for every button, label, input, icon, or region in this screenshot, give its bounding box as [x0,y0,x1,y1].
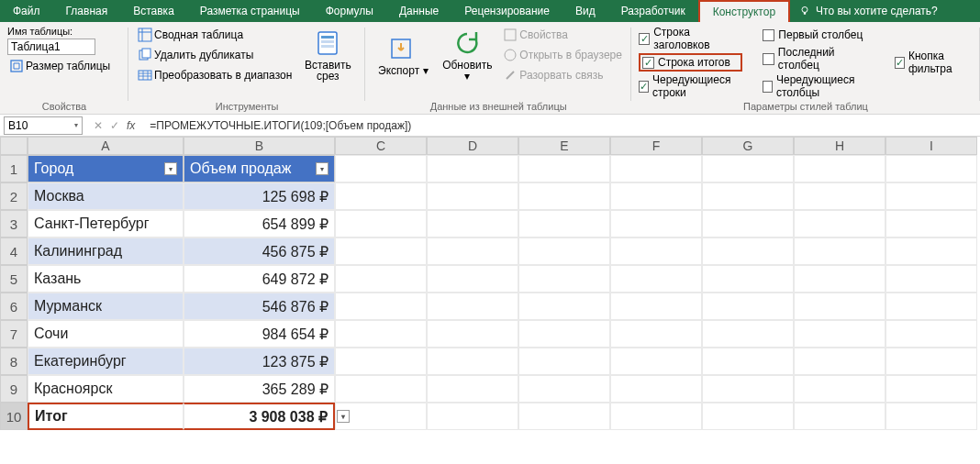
cell[interactable]: Екатеринбург [28,348,184,375]
select-all-corner[interactable] [0,137,28,155]
chk-first-column[interactable]: Первый столбец [763,26,874,44]
table-header-sales[interactable]: Объем продаж▾ [184,155,335,182]
filter-dropdown-icon[interactable]: ▾ [164,162,177,175]
export-button[interactable]: Экспорт ▾ [373,32,433,78]
totals-dropdown-icon[interactable]: ▾ [337,410,350,423]
svg-point-0 [802,7,807,13]
col-header[interactable]: F [610,137,702,155]
cell[interactable]: Москва [28,182,184,210]
group-label-properties: Свойства [7,99,121,112]
export-icon [388,34,418,63]
tab-developer[interactable]: Разработчик [608,0,698,22]
row-header[interactable]: 9 [0,375,28,403]
table-name-input[interactable] [7,39,95,55]
tab-insert[interactable]: Вставка [120,0,187,22]
unlink-icon [503,68,518,83]
tab-view[interactable]: Вид [562,0,608,22]
cell[interactable]: 456 875 ₽ [184,238,335,265]
formula-input[interactable] [144,116,980,135]
tab-home[interactable]: Главная [53,0,121,22]
cell[interactable] [610,155,702,182]
accept-formula-icon: ✓ [110,119,119,132]
resize-table-button[interactable]: Размер таблицы [7,57,121,75]
row-header[interactable]: 10 [0,403,28,430]
row-header[interactable]: 7 [0,320,28,348]
ribbon-tabs: Файл Главная Вставка Разметка страницы Ф… [0,0,980,22]
col-header[interactable]: C [335,137,427,155]
name-box[interactable]: B10 ▾ [4,116,83,135]
chk-banded-columns[interactable]: Чередующиеся столбцы [763,73,874,99]
group-label-tools: Инструменты [136,99,358,112]
insert-slicer-button[interactable]: Вставить срез [297,27,358,83]
totals-label-cell[interactable]: Итог [28,403,184,430]
tab-data[interactable]: Данные [386,0,451,22]
open-in-browser-button: Открыть в браузере [501,46,624,64]
row-header[interactable]: 4 [0,238,28,265]
chk-banded-rows[interactable]: Чередующиеся строки [639,73,742,99]
cell[interactable]: Калининград [28,238,184,265]
cell[interactable]: 649 872 ₽ [184,265,335,293]
col-header[interactable]: E [518,137,610,155]
tab-formulas[interactable]: Формулы [313,0,386,22]
cell[interactable]: 654 899 ₽ [184,210,335,238]
cell[interactable]: 984 654 ₽ [184,320,335,348]
cell[interactable]: Красноярск [28,375,184,403]
tell-me-label: Что вы хотите сделать? [816,5,938,17]
cell[interactable]: 546 876 ₽ [184,293,335,320]
cell[interactable] [518,155,610,182]
chevron-down-icon[interactable]: ▾ [74,121,78,129]
filter-dropdown-icon[interactable]: ▾ [316,162,329,175]
refresh-button[interactable]: Обновить ▾ [437,27,497,83]
tab-page-layout[interactable]: Разметка страницы [187,0,313,22]
tab-file[interactable]: Файл [0,0,53,22]
row-header[interactable]: 8 [0,348,28,375]
svg-rect-5 [142,49,150,58]
col-header[interactable]: A [28,137,184,155]
browser-icon [503,48,518,62]
row-header[interactable]: 3 [0,210,28,238]
spreadsheet-grid[interactable]: A B C D E F G H I 1 Город▾ Объем продаж▾… [0,137,980,430]
row-header[interactable]: 5 [0,265,28,293]
cell[interactable]: Мурманск [28,293,184,320]
cell[interactable]: Сочи [28,320,184,348]
cell[interactable]: Казань [28,265,184,293]
totals-value-cell[interactable]: 3 908 038 ₽ ▾ [184,403,335,430]
cell[interactable]: 123 875 ₽ [184,348,335,375]
col-header[interactable]: I [885,137,977,155]
row-header[interactable]: 2 [0,182,28,210]
lightbulb-icon [799,6,810,17]
cell[interactable] [794,155,885,182]
cell[interactable] [335,155,427,182]
cell[interactable] [702,155,794,182]
pivot-table-button[interactable]: Сводная таблица [136,26,294,44]
col-header[interactable]: H [794,137,885,155]
tab-table-design[interactable]: Конструктор [698,0,790,22]
row-header[interactable]: 6 [0,293,28,320]
fx-icon[interactable]: fx [127,119,135,132]
chk-last-column[interactable]: Последний столбец [763,46,874,72]
ribbon: Имя таблицы: Размер таблицы Свойства Сво… [0,22,980,115]
chk-total-row[interactable]: Строка итогов [639,53,742,72]
cell[interactable] [885,155,977,182]
svg-rect-12 [505,29,516,40]
convert-to-range-button[interactable]: Преобразовать в диапазон [136,66,294,84]
chk-header-row[interactable]: Строка заголовков [639,26,742,51]
row-header[interactable]: 1 [0,155,28,182]
formula-bar: B10 ▾ ✕ ✓ fx [0,115,980,137]
tab-review[interactable]: Рецензирование [451,0,562,22]
cell[interactable] [427,155,518,182]
dedup-icon [138,48,152,62]
col-header[interactable]: G [702,137,794,155]
col-header[interactable]: D [427,137,518,155]
cell[interactable]: 365 289 ₽ [184,375,335,403]
cell[interactable]: Санкт-Петербург [28,210,184,238]
convert-icon [138,68,152,83]
cell[interactable]: 125 698 ₽ [184,182,335,210]
chk-filter-button[interactable]: Кнопка фильтра [895,50,973,75]
table-header-city[interactable]: Город▾ [28,155,184,182]
svg-rect-3 [139,28,151,41]
col-header[interactable]: B [184,137,335,155]
group-label-style-options: Параметры стилей таблиц [639,99,973,112]
remove-duplicates-button[interactable]: Удалить дубликаты [136,46,294,64]
tell-me[interactable]: Что вы хотите сделать? [790,0,947,22]
